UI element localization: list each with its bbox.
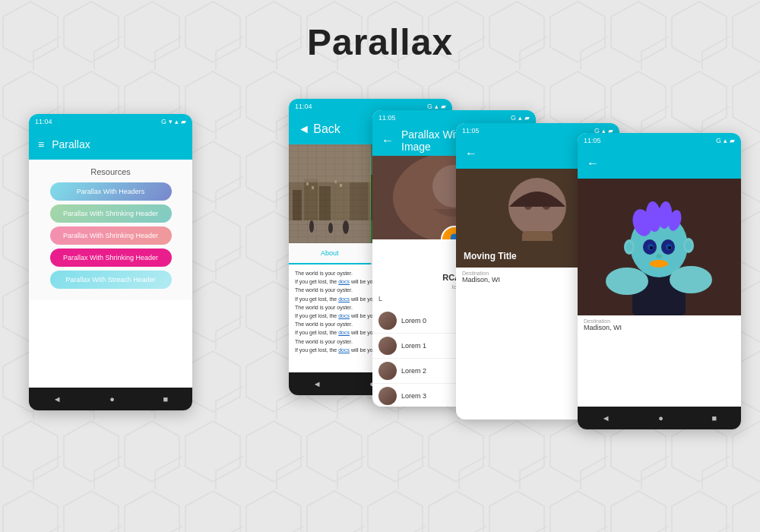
- section-label: Resources: [29, 167, 192, 176]
- phone-5-nav-bar: ◄ ● ■: [578, 407, 741, 429]
- svg-point-60: [686, 241, 692, 250]
- list-item-label-2: Lorem 2: [401, 367, 426, 375]
- svg-point-56: [650, 260, 668, 268]
- tab-about[interactable]: About: [289, 243, 371, 264]
- list-avatar-2: [378, 362, 397, 380]
- phone-5: 11:05 G ▴ ▰ ←: [578, 133, 741, 429]
- btn-shrinking-3[interactable]: Parallax With Shrinking Header: [50, 249, 172, 267]
- list-item-label-0: Lorem 0: [401, 317, 426, 325]
- phone-3-time: 11:05: [378, 114, 396, 122]
- page-title: Parallax: [0, 0, 760, 63]
- phone-1-app-bar: ≡ Parallax: [29, 129, 192, 160]
- list-avatar-0: [378, 312, 397, 330]
- phone-1-time: 11:04: [35, 118, 52, 125]
- phone-1-title: Parallax: [52, 138, 90, 150]
- nav-back-5[interactable]: ◄: [602, 413, 610, 423]
- nav-home-5[interactable]: ●: [658, 413, 663, 423]
- nav-back-icon[interactable]: ◄: [53, 394, 62, 404]
- nav-apps-icon[interactable]: ■: [163, 394, 169, 404]
- phone-1-status-bar: 11:04 G ▾ ▴ ▰: [29, 114, 192, 129]
- svg-point-54: [668, 246, 671, 249]
- moving-title: Moving Title: [464, 251, 517, 261]
- old-city-image: [289, 144, 371, 243]
- svg-point-62: [670, 266, 712, 293]
- list-avatar-3: [378, 387, 397, 405]
- phone-1-body: Resources Parallax With Headers Parallax…: [29, 160, 192, 300]
- svg-point-61: [606, 268, 648, 295]
- phone-1: 11:04 G ▾ ▴ ▰ ≡ Parallax Resources Paral…: [29, 114, 192, 410]
- docs-link-5[interactable]: docs: [338, 347, 350, 353]
- nav-home-icon[interactable]: ●: [109, 394, 115, 404]
- phone-5-back-icon[interactable]: ←: [587, 157, 599, 170]
- list-item-label-3: Lorem 3: [401, 392, 426, 400]
- phone-5-dest-label: Destination: [584, 318, 735, 324]
- phone-5-destination: Destination Madison, WI: [578, 315, 741, 333]
- btn-shrinking-1[interactable]: Parallax With Shrinking Header: [50, 204, 172, 223]
- phone-1-status-icons: G ▾ ▴ ▰: [161, 118, 186, 125]
- character-svg: [578, 179, 741, 315]
- nav-apps-5[interactable]: ■: [712, 413, 717, 423]
- btn-shrinking-2[interactable]: Parallax With Shrinking Header: [50, 226, 172, 245]
- phone-3-back-icon[interactable]: ←: [382, 134, 394, 147]
- phone-2-time: 11:04: [295, 103, 312, 110]
- nav-back-2[interactable]: ◄: [313, 379, 321, 388]
- phones-area: 11:04 G ▾ ▴ ▰ ≡ Parallax Resources Paral…: [0, 91, 760, 524]
- docs-link-4[interactable]: docs: [338, 330, 350, 335]
- phone-2-back-icon[interactable]: ◄ Back: [298, 122, 340, 136]
- hamburger-icon[interactable]: ≡: [38, 138, 44, 150]
- docs-link-3[interactable]: docs: [338, 313, 350, 318]
- list-item-label-1: Lorem 1: [401, 342, 426, 350]
- phone-5-header: [578, 179, 741, 315]
- docs-link-2[interactable]: docs: [338, 296, 350, 302]
- phone-4-time: 11:05: [462, 127, 480, 135]
- phone-5-app-bar: ←: [578, 148, 741, 179]
- svg-point-59: [626, 242, 632, 252]
- phone-5-status-bar: 11:05 G ▴ ▰: [578, 133, 741, 148]
- phone-5-time: 11:05: [584, 137, 601, 144]
- phone-1-nav-bar: ◄ ● ■: [29, 388, 192, 410]
- btn-streach[interactable]: Parallax With Streach Header: [50, 271, 172, 289]
- docs-link[interactable]: docs: [338, 279, 350, 284]
- phone-5-dest-value: Madison, WI: [584, 324, 735, 331]
- svg-point-53: [650, 246, 653, 249]
- list-avatar-1: [378, 337, 397, 355]
- page-content: Parallax 11:04 G ▾ ▴ ▰ ≡ Parallax Resour…: [0, 0, 760, 532]
- phone-4-back-icon[interactable]: ←: [465, 147, 477, 160]
- btn-parallax-headers[interactable]: Parallax With Headers: [50, 182, 172, 201]
- svg-point-55: [656, 254, 662, 258]
